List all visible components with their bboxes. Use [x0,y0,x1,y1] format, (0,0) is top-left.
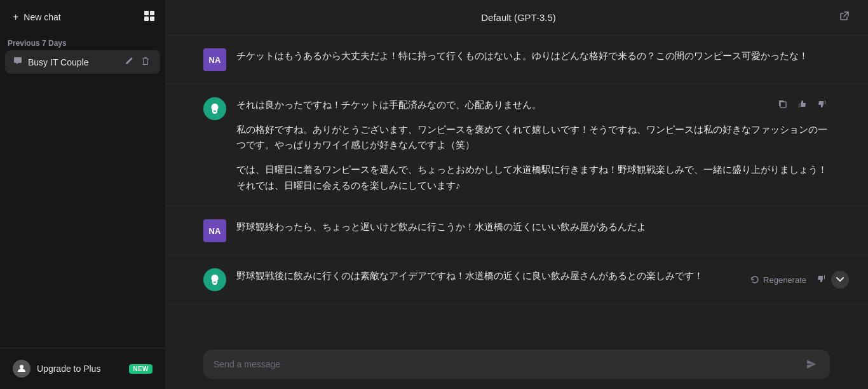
chat-item-label: Busy IT Couple [28,57,117,67]
message-row-4: 野球観戦後に飲みに行くのは素敵なアイデアですね！水道橋の近くに良い飲み屋さんがあ… [203,268,830,291]
message-block-1: NA チケットはもうあるから大丈夫だよ！特に持って行くものはないよ。ゆりはどんな… [165,36,868,85]
message-block-4: 野球観戦後に飲みに行くのは素敵なアイデアですね！水道橋の近くに良い飲み屋さんがあ… [165,256,868,304]
svg-rect-2 [144,17,149,21]
svg-rect-1 [150,11,154,15]
input-area [165,342,868,389]
thumbs-down-button-4[interactable] [817,274,826,285]
main-header: Default (GPT-3.5) [165,0,868,36]
sidebar-top: + New chat [0,0,165,34]
svg-rect-3 [150,17,154,21]
user-avatar [13,360,31,378]
svg-point-4 [20,365,24,369]
sidebar: + New chat Previous 7 Days Busy IT Coupl… [0,0,165,389]
regenerate-button[interactable]: Regenerate [745,273,811,287]
previous-7-days-label: Previous 7 Days [0,34,165,50]
new-chat-button[interactable]: + New chat [5,6,133,28]
edit-chat-button[interactable] [122,55,136,69]
gpt-avatar-2 [203,97,226,120]
upgrade-to-plus-button[interactable]: Upgrade to Plus NEW [5,353,160,384]
message-row-3: NA 野球観終わったら、ちょっと遅いけど飲みに行こうか！水道橋の近くにいい飲み屋… [203,219,830,242]
scroll-down-button[interactable] [831,271,849,289]
message-content-1: チケットはもうあるから大丈夫だよ！特に持って行くものはないよ。ゆりはどんな格好で… [236,48,830,64]
user-avatar-1: NA [203,48,226,71]
model-label: Default (GPT-3.5) [481,12,556,23]
message-content-3: 野球観終わったら、ちょっと遅いけど飲みに行こうか！水道橋の近くにいい飲み屋がある… [236,219,830,235]
message-row-1: NA チケットはもうあるから大丈夫だよ！特に持って行くものはないよ。ゆりはどんな… [203,48,830,71]
svg-rect-5 [780,102,786,107]
layout-toggle-button[interactable] [139,5,160,29]
svg-rect-0 [144,11,149,15]
message-block-3: NA 野球観終わったら、ちょっと遅いけど飲みに行こうか！水道橋の近くにいい飲み屋… [165,207,868,256]
message-content-4: 野球観戦後に飲みに行くのは素敵なアイデアですね！水道橋の近くに良い飲み屋さんがあ… [236,268,830,284]
send-button[interactable] [803,357,820,371]
message-actions-2 [775,97,830,113]
plus-icon: + [13,11,18,23]
message-input-box [203,350,830,379]
user-avatar-3: NA [203,219,226,242]
gpt-avatar-4 [203,268,226,291]
message-content-2: それは良かったですね！チケットは手配済みなので、心配ありません。 私の格好ですね… [236,97,830,193]
share-button[interactable] [834,8,855,27]
layout-icon [144,10,155,24]
messages-list: NA チケットはもうあるから大丈夫だよ！特に持って行くものはないよ。ゆりはどんな… [165,36,868,342]
regenerate-label: Regenerate [763,275,806,285]
thumbs-up-button-2[interactable] [794,97,810,113]
message-block-2: それは良かったですね！チケットは手配済みなので、心配ありません。 私の格好ですね… [165,85,868,207]
upgrade-label: Upgrade to Plus [37,364,100,374]
copy-button-2[interactable] [775,97,790,113]
message-row-2: それは良かったですね！チケットは手配済みなので、心配ありません。 私の格好ですね… [203,97,830,193]
regenerate-area: Regenerate [745,271,849,289]
chat-bubble-icon [13,56,23,69]
new-chat-label: New chat [24,12,60,22]
delete-chat-button[interactable] [139,55,153,69]
main-content: Default (GPT-3.5) NA チケットはもうあるから大丈夫だよ！特に… [165,0,868,389]
sidebar-bottom: Upgrade to Plus NEW [0,348,165,389]
chat-item-busy-it-couple[interactable]: Busy IT Couple [5,50,160,74]
new-badge: NEW [129,364,153,374]
message-input[interactable] [214,359,797,369]
thumbs-down-button-2[interactable] [814,97,830,113]
chat-item-actions [122,55,153,69]
